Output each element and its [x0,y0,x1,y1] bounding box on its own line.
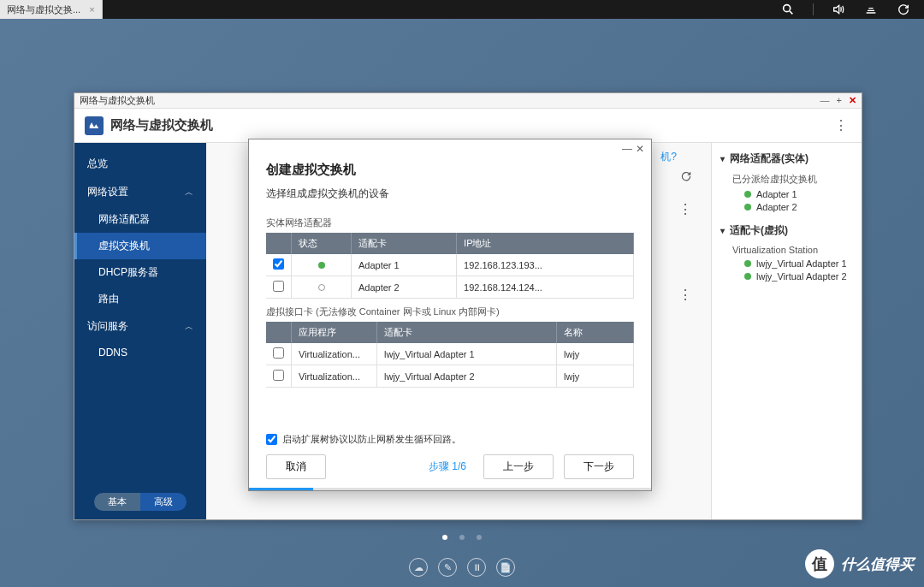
status-dot-icon [744,273,751,280]
dialog-title: 创建虚拟交换机 [249,155,651,181]
chevron-up-icon: ︿ [185,187,193,199]
right-vs-label: Virtualization Station [732,245,853,255]
page-dot[interactable] [442,535,447,540]
virtual-adapters-table: 应用程序 适配卡 名称 Virtualization... lwjy_Virtu… [266,322,634,388]
page-dot[interactable] [477,535,482,540]
col-adapter: 适配卡 [352,233,457,254]
window-title: 网络与虚拟交换机 [80,94,155,107]
mode-advanced[interactable]: 高级 [140,493,187,511]
mode-toggle[interactable]: 基本 高级 [94,493,187,511]
sidebar-item-dhcp[interactable]: DHCP服务器 [74,259,206,286]
right-physical-title[interactable]: 网络适配器(实体) [720,151,853,166]
table-row[interactable]: Virtualization... lwjy_Virtual Adapter 1… [266,343,634,365]
sidebar-item-access-service[interactable]: 访问服务︿ [74,312,206,341]
virtual-adapters-label: 虚拟接口卡 (无法修改 Container 网卡或 Linux 内部网卡) [266,305,634,318]
right-vadapter-item[interactable]: lwjy_Virtual Adapter 1 [744,258,853,269]
dialog-subtitle: 选择组成虚拟交换机的设备 [249,181,651,206]
dock-tool-icon[interactable]: ✎ [438,558,457,577]
right-virtual-title[interactable]: 适配卡(虚拟) [720,223,853,238]
minimize-button[interactable]: — [820,95,830,106]
wizard-progress [249,488,651,490]
cell-adapter: lwjy_Virtual Adapter 2 [377,365,557,388]
page-dot[interactable] [459,535,465,540]
right-vadapter-item[interactable]: lwjy_Virtual Adapter 2 [744,271,853,282]
adapter-label: lwjy_Virtual Adapter 1 [756,258,847,269]
adapter-label: Adapter 1 [756,189,797,199]
row-more-icon[interactable]: ⋮ [678,201,692,217]
chevron-up-icon: ︿ [185,321,193,333]
dashboard-icon[interactable] [863,2,879,17]
col-ip: IP地址 [457,233,634,254]
window-titlebar[interactable]: 网络与虚拟交换机 — + ✕ [74,93,862,109]
taskbar-tab[interactable]: 网络与虚拟交换... × [0,0,103,19]
next-button[interactable]: 下一步 [564,454,634,479]
app-header: 网络与虚拟交换机 ⋮ [74,109,862,143]
cell-app: Virtualization... [292,343,377,365]
svg-line-1 [790,11,792,14]
sidebar-label: 总览 [87,157,108,171]
status-on-icon [318,262,325,269]
cell-adapter: lwjy_Virtual Adapter 1 [377,343,557,365]
dialog-close-icon[interactable]: ✕ [636,143,644,155]
col-app: 应用程序 [292,322,377,343]
refresh-button[interactable] [680,170,692,182]
sidebar-item-route[interactable]: 路由 [74,286,206,312]
dock-doc-icon[interactable]: 📄 [496,558,515,577]
cell-ip: 192.168.124.124... [457,276,634,299]
row-checkbox[interactable] [273,347,284,359]
search-icon[interactable] [780,2,796,17]
cell-adapter: Adapter 1 [352,254,457,276]
cancel-button[interactable]: 取消 [266,454,326,479]
adapter-label: lwjy_Virtual Adapter 2 [756,271,847,282]
col-check [266,233,292,254]
watermark-text: 什么值得买 [841,554,914,574]
stp-checkbox[interactable] [266,434,277,445]
maximize-button[interactable]: + [837,95,842,106]
dock-pause-icon[interactable]: ⏸ [467,558,486,577]
right-adapter-item[interactable]: Adapter 1 [744,189,853,199]
sidebar-item-ddns[interactable]: DDNS [74,341,206,365]
help-link[interactable]: 机? [660,150,677,164]
sidebar-item-overview[interactable]: 总览 [74,150,206,178]
svg-point-0 [784,5,791,12]
sidebar-label: 访问服务 [87,319,128,334]
refresh-icon[interactable] [896,2,911,17]
col-check [266,322,292,343]
cell-ip: 192.168.123.193... [457,254,634,276]
volume-icon[interactable] [831,2,846,17]
prev-button[interactable]: 上一步 [483,454,554,479]
more-menu-icon[interactable]: ⋮ [831,114,851,137]
app-icon [85,116,104,135]
taskbar-tab-label: 网络与虚拟交换... [7,3,80,16]
table-row[interactable]: Adapter 2 192.168.124.124... [266,276,634,299]
create-vswitch-dialog: — ✕ 创建虚拟交换机 选择组成虚拟交换机的设备 实体网络适配器 状态 适配卡 … [248,139,652,491]
stp-label: 启动扩展树协议以防止网桥发生循环回路。 [282,433,461,446]
close-tab-icon[interactable]: × [89,4,94,15]
desktop-page-dots[interactable] [442,535,482,540]
right-assigned-label: 已分派给虚拟交换机 [732,173,853,186]
col-name: 名称 [557,322,634,343]
row-checkbox[interactable] [273,281,284,292]
cell-adapter: Adapter 2 [352,276,457,299]
dialog-minimize-icon[interactable]: — [622,143,632,155]
watermark-badge: 值 [805,549,834,578]
sidebar-item-network-settings[interactable]: 网络设置︿ [74,178,206,206]
row-checkbox[interactable] [273,370,284,381]
cell-name: lwjy [557,343,634,365]
mode-basic[interactable]: 基本 [94,493,140,511]
table-row[interactable]: Virtualization... lwjy_Virtual Adapter 2… [266,365,634,388]
col-status: 状态 [292,233,352,254]
close-button[interactable]: ✕ [849,95,856,106]
divider [813,3,814,15]
sidebar-item-adapter[interactable]: 网络适配器 [74,206,206,233]
right-adapter-item[interactable]: Adapter 2 [744,202,853,212]
physical-adapters-label: 实体网络适配器 [266,216,634,229]
status-off-icon [318,284,325,291]
col-adapter: 适配卡 [377,322,557,343]
table-row[interactable]: Adapter 1 192.168.123.193... [266,254,634,276]
row-more-icon[interactable]: ⋮ [678,287,692,303]
row-checkbox[interactable] [273,258,284,270]
dock-cloud-icon[interactable]: ☁ [409,558,428,577]
dock: ☁ ✎ ⏸ 📄 [409,558,515,577]
sidebar-item-vswitch[interactable]: 虚拟交换机 [74,233,206,259]
